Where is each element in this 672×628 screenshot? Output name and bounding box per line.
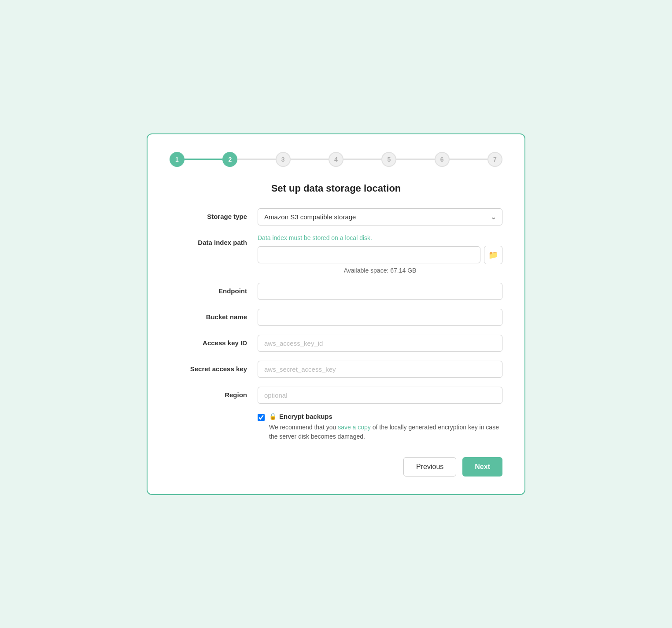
secret-key-row: Secret access key xyxy=(170,361,502,378)
region-row: Region xyxy=(170,387,502,404)
endpoint-label: Endpoint xyxy=(170,283,258,295)
data-index-path-input[interactable]: /var/cubebackup_index_linux xyxy=(258,246,480,263)
storage-type-row: Storage type Amazon S3 compatible storag… xyxy=(170,208,502,225)
region-label: Region xyxy=(170,387,258,399)
access-key-row: Access key ID xyxy=(170,335,502,352)
step-line-3-4 xyxy=(291,159,329,160)
bucket-name-control: DEMO xyxy=(258,309,502,326)
lock-icon: 🔒 xyxy=(269,413,277,420)
region-control xyxy=(258,387,502,404)
bucket-name-input[interactable]: DEMO xyxy=(258,309,502,326)
bucket-name-row: Bucket name DEMO xyxy=(170,309,502,326)
step-5[interactable]: 5 xyxy=(381,152,396,167)
step-4[interactable]: 4 xyxy=(329,152,343,167)
storage-type-label: Storage type xyxy=(170,208,258,220)
previous-button[interactable]: Previous xyxy=(403,457,456,477)
bucket-name-label: Bucket name xyxy=(170,309,258,321)
storage-type-select[interactable]: Amazon S3 compatible storage Local disk … xyxy=(258,208,502,225)
data-index-path-row: Data index path Data index must be store… xyxy=(170,234,502,274)
folder-browse-button[interactable]: 📁 xyxy=(484,246,502,264)
access-key-control xyxy=(258,335,502,352)
step-line-2-3 xyxy=(237,159,275,160)
data-index-path-label: Data index path xyxy=(170,234,258,246)
step-3[interactable]: 3 xyxy=(276,152,291,167)
access-key-input[interactable] xyxy=(258,335,502,352)
step-2[interactable]: 2 xyxy=(222,152,237,167)
step-line-1-2 xyxy=(185,159,222,160)
data-index-info-link[interactable]: Data index must be stored on a local dis… xyxy=(258,234,502,241)
encrypt-description: We recommend that you save a copy of the… xyxy=(269,423,502,441)
secret-key-label: Secret access key xyxy=(170,361,258,373)
encrypt-row: 🔒 Encrypt backups We recommend that you … xyxy=(170,413,502,441)
step-7[interactable]: 7 xyxy=(487,152,502,167)
endpoint-row: Endpoint s3.wasabisys.com xyxy=(170,283,502,300)
step-6[interactable]: 6 xyxy=(435,152,450,167)
page-title: Set up data storage location xyxy=(170,183,502,194)
encrypt-content: 🔒 Encrypt backups We recommend that you … xyxy=(269,413,502,441)
endpoint-control: s3.wasabisys.com xyxy=(258,283,502,300)
access-key-label: Access key ID xyxy=(170,335,258,347)
secret-key-input[interactable] xyxy=(258,361,502,378)
storage-type-control: Amazon S3 compatible storage Local disk … xyxy=(258,208,502,225)
next-button[interactable]: Next xyxy=(462,457,502,477)
secret-key-control xyxy=(258,361,502,378)
endpoint-input[interactable]: s3.wasabisys.com xyxy=(258,283,502,300)
stepper: 1 2 3 4 5 6 7 xyxy=(170,152,502,167)
encrypt-desc-prefix: We recommend that you xyxy=(269,424,338,431)
available-space-text: Available space: 67.14 GB xyxy=(258,267,502,274)
data-index-path-control: Data index must be stored on a local dis… xyxy=(258,234,502,274)
step-line-4-5 xyxy=(343,159,381,160)
folder-icon: 📁 xyxy=(488,250,498,260)
step-1[interactable]: 1 xyxy=(170,152,185,167)
encrypt-checkbox[interactable] xyxy=(258,414,265,421)
save-copy-link[interactable]: save a copy xyxy=(338,424,371,431)
step-line-6-7 xyxy=(450,159,487,160)
encrypt-title-text: Encrypt backups xyxy=(279,413,332,420)
step-line-5-6 xyxy=(396,159,434,160)
region-input[interactable] xyxy=(258,387,502,404)
wizard-card: 1 2 3 4 5 6 7 Set up data storage locati… xyxy=(147,133,525,495)
encrypt-title: 🔒 Encrypt backups xyxy=(269,413,502,420)
button-row: Previous Next xyxy=(170,457,502,477)
